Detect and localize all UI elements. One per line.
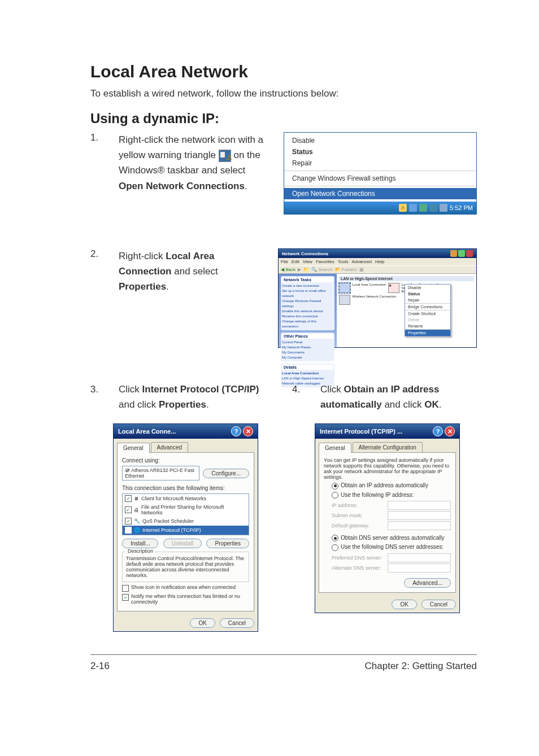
close-icon[interactable] (466, 250, 473, 257)
menu-file[interactable]: File (281, 259, 288, 264)
chapter-title: Chapter 2: Getting Started (365, 661, 477, 672)
group-description: Description (126, 548, 155, 554)
radio-obtain-ip[interactable] (332, 483, 338, 490)
step-number: 4. (292, 382, 306, 412)
tab-alternate[interactable]: Alternate Configuration (353, 442, 423, 452)
step-text: Right-click the network icon with a yell… (119, 132, 270, 194)
ctx-delete: Delete (405, 317, 450, 323)
alt-dns-field (388, 563, 451, 573)
sidebar-link[interactable]: Disable this network device (282, 309, 333, 314)
tray-icon[interactable] (429, 204, 437, 212)
sidebar-link[interactable]: Create a new connection (282, 283, 333, 289)
ok-button[interactable]: OK (190, 618, 215, 628)
heading-local-area-network: Local Area Network (90, 62, 477, 81)
intro-text: To establish a wired network, follow the… (90, 88, 477, 99)
ctx-repair[interactable]: Repair (405, 297, 450, 303)
sidebar-link[interactable]: Control Panel (282, 340, 333, 345)
sidebar-link[interactable]: Change Windows Firewall settings (282, 299, 333, 309)
bold-properties: Properties (159, 399, 206, 410)
ok-button[interactable]: OK (392, 600, 416, 609)
configure-button[interactable]: Configure... (203, 469, 249, 478)
ctx-shortcut[interactable]: Create Shortcut (405, 311, 450, 317)
menu-separator (284, 171, 476, 171)
cancel-button[interactable]: Cancel (421, 600, 456, 609)
dialog-title: Internet Protocol (TCP/IP) ... (320, 428, 402, 435)
tray-menu-open-connections[interactable]: Open Network Connections (284, 188, 476, 199)
tray-icon[interactable] (419, 204, 427, 212)
tray-icon[interactable]: ⚠ (399, 204, 407, 212)
bold-ok: OK (424, 399, 439, 410)
close-icon[interactable]: ✕ (243, 426, 253, 436)
close-icon[interactable]: ✕ (445, 426, 455, 436)
sidebar: Network Tasks Create a new connection Se… (279, 274, 337, 347)
cancel-button[interactable]: Cancel (220, 618, 254, 628)
tab-general[interactable]: General (319, 443, 351, 453)
menu-favorites[interactable]: Favorites (316, 259, 334, 264)
blurb: You can get IP settings assigned automat… (324, 457, 451, 480)
tab-advanced[interactable]: Advanced (151, 442, 188, 452)
forward-button[interactable]: ▶ (298, 267, 301, 272)
radio-use-ip[interactable] (332, 492, 338, 499)
tray-menu-disable[interactable]: Disable (284, 135, 476, 146)
radio-obtain-dns[interactable] (332, 535, 338, 541)
menu-help[interactable]: Help (375, 259, 384, 264)
step-1: 1. Right-click the network icon with a y… (90, 132, 477, 215)
search-button[interactable]: 🔍 Search (311, 267, 333, 272)
tab-general[interactable]: General (117, 443, 150, 453)
tray-menu-status[interactable]: Status (284, 146, 476, 158)
sidebar-link[interactable]: My Network Places (282, 345, 333, 350)
context-menu: Disable Status Repair Bridge Connections… (405, 284, 451, 337)
folders-button[interactable]: 📂 Folders (335, 267, 357, 272)
ctx-status[interactable]: Status (405, 291, 450, 297)
checkbox-notify[interactable]: Notify me when this connection has limit… (131, 593, 249, 605)
help-icon[interactable]: ? (433, 426, 443, 436)
tray-menu-repair[interactable]: Repair (284, 158, 476, 169)
gateway-field (388, 521, 451, 530)
text: . (245, 181, 247, 191)
connection-item[interactable]: Wireless Network Connection (339, 295, 397, 305)
window-title: Network Connections (282, 251, 328, 256)
ctx-rename[interactable]: Rename (405, 323, 450, 329)
sidebar-heading: Network Tasks (282, 277, 333, 282)
menu-advanced[interactable]: Advanced (351, 259, 372, 264)
menu-tools[interactable]: Tools (338, 259, 349, 264)
sidebar-link[interactable]: Rename this connection (282, 314, 333, 319)
screenshot-tcpip-properties: Internet Protocol (TCP/IP) ... ? ✕ Gener… (315, 423, 460, 613)
up-button[interactable]: 📁 (303, 267, 309, 272)
sidebar-link[interactable]: Set up a home or small office network (282, 289, 333, 299)
sidebar-link[interactable]: Change settings of this connection (282, 319, 333, 329)
ip-field (388, 501, 451, 510)
tray-icon[interactable] (440, 204, 447, 212)
bold-properties: Properties (119, 281, 166, 292)
items-list[interactable]: ✔🖥 Client for Microsoft Networks ✔🖨 File… (122, 493, 249, 535)
tray-icon[interactable] (409, 204, 417, 212)
tray-menu-firewall[interactable]: Change Windows Firewall settings (284, 173, 476, 184)
maximize-icon[interactable] (458, 250, 465, 257)
label-pref-dns: Preferred DNS server: (332, 555, 382, 561)
toolbar: ◀ Back ▶ 📁 🔍 Search 📂 Folders ▦ (279, 265, 476, 274)
ctx-properties[interactable]: Properties (405, 330, 450, 336)
ctx-bridge[interactable]: Bridge Connections (405, 304, 450, 310)
properties-button[interactable]: Properties (206, 539, 249, 548)
views-button[interactable]: ▦ (359, 267, 364, 272)
install-button[interactable]: Install... (122, 539, 158, 548)
checkbox-show-icon[interactable]: Show icon in notification area when conn… (131, 584, 236, 590)
description-text: Transmission Control Protocol/Internet P… (126, 556, 245, 578)
clock: 5:52 PM (450, 204, 473, 211)
radio-use-dns[interactable] (332, 544, 338, 551)
connection-item[interactable]: Local Area Connection (339, 283, 386, 293)
menu-view[interactable]: View (303, 259, 312, 264)
uninstall-button: Uninstall (163, 539, 202, 548)
step-number: 3. (90, 382, 105, 412)
minimize-icon[interactable] (450, 250, 457, 257)
sidebar-link[interactable]: My Documents (282, 350, 333, 355)
bold-internet-protocol: Internet Protocol (TCP/IP) (142, 384, 259, 395)
sidebar-link[interactable]: My Computer (282, 355, 333, 360)
advanced-button[interactable]: Advanced... (404, 578, 451, 588)
back-button[interactable]: ◀ Back (281, 267, 295, 272)
step-4: 4. Click Obtain an IP address automatica… (292, 382, 477, 613)
help-icon[interactable]: ? (231, 426, 241, 436)
ctx-disable[interactable]: Disable (405, 285, 450, 291)
step-text: Right-click Local Area Connection and se… (119, 248, 264, 295)
menu-edit[interactable]: Edit (292, 259, 299, 264)
